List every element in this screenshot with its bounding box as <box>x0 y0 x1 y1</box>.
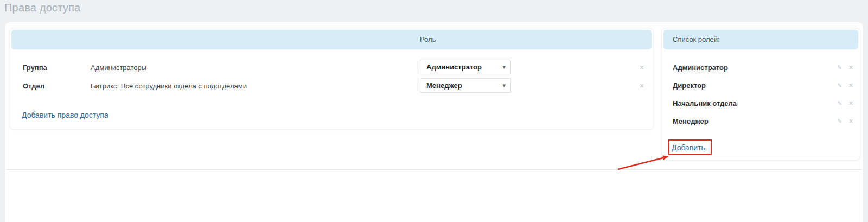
edit-role-icon[interactable]: ✎ <box>835 99 844 107</box>
chevron-down-icon: ▾ <box>502 60 506 74</box>
role-list-item: Начальник отдела ✎ × <box>662 94 860 112</box>
delete-role-icon[interactable]: × <box>847 63 855 72</box>
role-list-item: Менеджер ✎ × <box>662 112 860 130</box>
delete-role-icon[interactable]: × <box>847 117 855 125</box>
subject-type-label: Отдел <box>23 82 44 90</box>
page-title: Права доступа <box>4 2 80 14</box>
delete-permission-icon[interactable]: × <box>637 62 647 72</box>
permission-row-group: Группа Администраторы Администратор ▾ × <box>10 58 653 77</box>
subject-name: Администраторы <box>91 64 146 72</box>
role-name: Администратор <box>673 64 728 72</box>
edit-role-icon[interactable]: ✎ <box>835 81 844 90</box>
role-item-actions: ✎ × <box>835 99 855 107</box>
delete-permission-icon[interactable]: × <box>637 81 647 91</box>
roles-panel-header: Список ролей: <box>663 30 858 49</box>
roles-list-title: Список ролей: <box>673 30 720 49</box>
role-item-actions: ✎ × <box>835 117 855 125</box>
permissions-panel: Роль Группа Администраторы Администратор… <box>9 28 654 130</box>
edit-role-icon[interactable]: ✎ <box>835 117 844 125</box>
role-select[interactable]: Администратор ▾ <box>420 60 511 74</box>
roles-list-panel: Список ролей: Администратор ✎ × Директор… <box>661 28 860 161</box>
permission-row-department: Отдел Битрикс: Все сотрудники отдела с п… <box>10 77 653 95</box>
add-role-link[interactable]: Добавить <box>672 143 705 152</box>
role-select-value: Администратор <box>426 60 482 74</box>
access-rights-card: Роль Группа Администраторы Администратор… <box>4 22 864 222</box>
permissions-panel-header: Роль <box>11 30 652 49</box>
role-select[interactable]: Менеджер ▾ <box>420 78 511 93</box>
subject-name: Битрикс: Все сотрудники отдела с подотде… <box>91 82 247 90</box>
section-divider <box>6 169 862 170</box>
delete-role-icon[interactable]: × <box>847 81 855 90</box>
role-name: Директор <box>673 81 706 90</box>
role-list-item: Директор ✎ × <box>662 76 860 94</box>
role-item-actions: ✎ × <box>835 81 855 90</box>
add-access-right-link[interactable]: Добавить право доступа <box>22 111 108 119</box>
delete-role-icon[interactable]: × <box>847 99 855 107</box>
subject-type-label: Группа <box>23 64 47 72</box>
role-column-header: Роль <box>420 30 436 49</box>
role-select-value: Менеджер <box>426 79 462 92</box>
role-list-item: Администратор ✎ × <box>662 58 860 77</box>
role-name: Начальник отдела <box>673 99 737 107</box>
chevron-down-icon: ▾ <box>502 79 506 92</box>
edit-role-icon[interactable]: ✎ <box>835 63 844 72</box>
role-item-actions: ✎ × <box>835 63 855 72</box>
role-name: Менеджер <box>673 117 709 125</box>
